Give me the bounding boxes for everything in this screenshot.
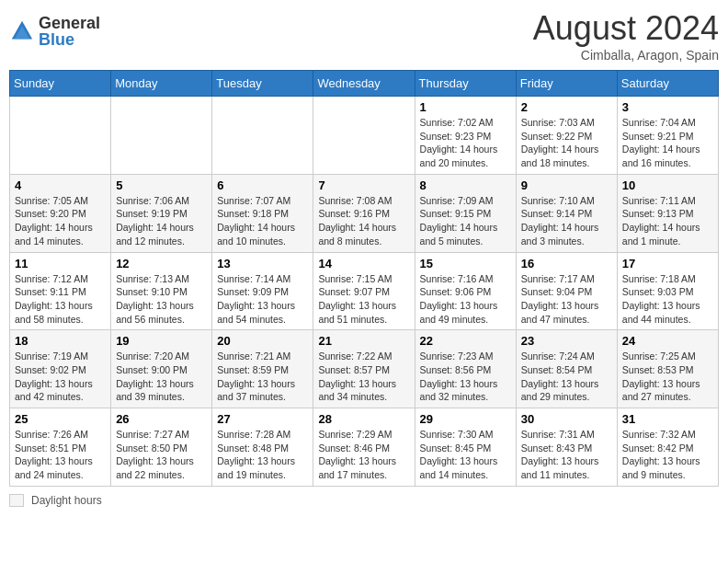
- day-number: 9: [521, 178, 612, 192]
- day-info: Sunrise: 7:02 AM Sunset: 9:23 PM Dayligh…: [420, 116, 511, 170]
- calendar-cell: 5Sunrise: 7:06 AM Sunset: 9:19 PM Daylig…: [111, 174, 212, 252]
- day-number: 17: [622, 257, 713, 270]
- calendar-week-row: 4Sunrise: 7:05 AM Sunset: 9:20 PM Daylig…: [10, 174, 719, 252]
- day-number: 15: [420, 257, 511, 270]
- day-number: 23: [521, 334, 612, 348]
- day-number: 1: [420, 100, 511, 114]
- calendar-week-row: 18Sunrise: 7:19 AM Sunset: 9:02 PM Dayli…: [10, 330, 719, 408]
- logo-icon: [9, 18, 35, 44]
- day-info: Sunrise: 7:17 AM Sunset: 9:04 PM Dayligh…: [521, 272, 612, 327]
- calendar-cell: 23Sunrise: 7:24 AM Sunset: 8:54 PM Dayli…: [516, 330, 617, 408]
- column-header-friday: Friday: [516, 71, 617, 97]
- day-number: 10: [622, 178, 713, 192]
- day-info: Sunrise: 7:30 AM Sunset: 8:45 PM Dayligh…: [420, 428, 511, 482]
- day-number: 29: [420, 412, 511, 426]
- day-number: 16: [521, 257, 612, 270]
- calendar-cell: 17Sunrise: 7:18 AM Sunset: 9:03 PM Dayli…: [617, 252, 718, 330]
- calendar-table: SundayMondayTuesdayWednesdayThursdayFrid…: [9, 70, 719, 487]
- title-block: August 2024 Cimballa, Aragon, Spain: [533, 9, 719, 63]
- column-header-monday: Monday: [111, 71, 212, 97]
- day-number: 11: [15, 257, 106, 270]
- day-number: 31: [622, 412, 713, 426]
- calendar-cell: 6Sunrise: 7:07 AM Sunset: 9:18 PM Daylig…: [212, 174, 313, 252]
- logo-blue-text: Blue: [39, 31, 100, 48]
- day-info: Sunrise: 7:11 AM Sunset: 9:13 PM Dayligh…: [622, 194, 713, 248]
- day-number: 25: [15, 412, 106, 426]
- column-header-sunday: Sunday: [10, 71, 111, 97]
- legend-box: [9, 494, 24, 507]
- calendar-cell: 25Sunrise: 7:26 AM Sunset: 8:51 PM Dayli…: [10, 408, 111, 487]
- page-header: General Blue August 2024 Cimballa, Arago…: [9, 9, 719, 63]
- calendar-week-row: 25Sunrise: 7:26 AM Sunset: 8:51 PM Dayli…: [10, 408, 719, 487]
- day-number: 24: [622, 334, 713, 348]
- calendar-cell: 2Sunrise: 7:03 AM Sunset: 9:22 PM Daylig…: [516, 97, 617, 175]
- calendar-cell: 18Sunrise: 7:19 AM Sunset: 9:02 PM Dayli…: [10, 330, 111, 408]
- calendar-cell: 1Sunrise: 7:02 AM Sunset: 9:23 PM Daylig…: [415, 97, 516, 175]
- day-number: 20: [217, 334, 308, 348]
- calendar-cell: 8Sunrise: 7:09 AM Sunset: 9:15 PM Daylig…: [415, 174, 516, 252]
- day-info: Sunrise: 7:06 AM Sunset: 9:19 PM Dayligh…: [116, 194, 207, 248]
- calendar-cell: [212, 97, 313, 175]
- calendar-cell: 3Sunrise: 7:04 AM Sunset: 9:21 PM Daylig…: [617, 97, 718, 175]
- day-number: 3: [622, 100, 713, 114]
- day-info: Sunrise: 7:22 AM Sunset: 8:57 PM Dayligh…: [318, 350, 409, 404]
- calendar-cell: [111, 97, 212, 175]
- day-info: Sunrise: 7:26 AM Sunset: 8:51 PM Dayligh…: [15, 428, 106, 482]
- calendar-cell: 22Sunrise: 7:23 AM Sunset: 8:56 PM Dayli…: [415, 330, 516, 408]
- column-header-wednesday: Wednesday: [313, 71, 415, 97]
- day-info: Sunrise: 7:31 AM Sunset: 8:43 PM Dayligh…: [521, 428, 612, 482]
- day-info: Sunrise: 7:07 AM Sunset: 9:18 PM Dayligh…: [217, 194, 308, 248]
- day-number: 18: [15, 334, 106, 348]
- calendar-cell: 10Sunrise: 7:11 AM Sunset: 9:13 PM Dayli…: [617, 174, 718, 252]
- calendar-week-row: 11Sunrise: 7:12 AM Sunset: 9:11 PM Dayli…: [10, 252, 719, 330]
- calendar-cell: 29Sunrise: 7:30 AM Sunset: 8:45 PM Dayli…: [415, 408, 516, 487]
- day-info: Sunrise: 7:24 AM Sunset: 8:54 PM Dayligh…: [521, 350, 612, 404]
- day-info: Sunrise: 7:32 AM Sunset: 8:42 PM Dayligh…: [622, 428, 713, 482]
- calendar-cell: 20Sunrise: 7:21 AM Sunset: 8:59 PM Dayli…: [212, 330, 313, 408]
- day-number: 12: [116, 257, 207, 270]
- logo: General Blue: [9, 15, 100, 48]
- calendar-cell: 28Sunrise: 7:29 AM Sunset: 8:46 PM Dayli…: [313, 408, 415, 487]
- calendar-cell: [313, 97, 415, 175]
- day-info: Sunrise: 7:10 AM Sunset: 9:14 PM Dayligh…: [521, 194, 612, 248]
- column-header-tuesday: Tuesday: [212, 71, 313, 97]
- calendar-cell: 11Sunrise: 7:12 AM Sunset: 9:11 PM Dayli…: [10, 252, 111, 330]
- day-number: 21: [318, 334, 409, 348]
- day-number: 28: [318, 412, 409, 426]
- legend: Daylight hours: [9, 494, 719, 507]
- legend-label: Daylight hours: [31, 494, 102, 507]
- calendar-cell: 19Sunrise: 7:20 AM Sunset: 9:00 PM Dayli…: [111, 330, 212, 408]
- day-number: 22: [420, 334, 511, 348]
- calendar-cell: 27Sunrise: 7:28 AM Sunset: 8:48 PM Dayli…: [212, 408, 313, 487]
- calendar-cell: 13Sunrise: 7:14 AM Sunset: 9:09 PM Dayli…: [212, 252, 313, 330]
- calendar-cell: 21Sunrise: 7:22 AM Sunset: 8:57 PM Dayli…: [313, 330, 415, 408]
- calendar-cell: [10, 97, 111, 175]
- logo-general-text: General: [39, 15, 100, 31]
- column-header-thursday: Thursday: [415, 71, 516, 97]
- day-info: Sunrise: 7:05 AM Sunset: 9:20 PM Dayligh…: [15, 194, 106, 248]
- day-info: Sunrise: 7:15 AM Sunset: 9:07 PM Dayligh…: [318, 272, 409, 327]
- day-number: 30: [521, 412, 612, 426]
- calendar-cell: 16Sunrise: 7:17 AM Sunset: 9:04 PM Dayli…: [516, 252, 617, 330]
- day-number: 19: [116, 334, 207, 348]
- day-number: 5: [116, 178, 207, 192]
- day-number: 26: [116, 412, 207, 426]
- day-info: Sunrise: 7:14 AM Sunset: 9:09 PM Dayligh…: [217, 272, 308, 327]
- day-info: Sunrise: 7:18 AM Sunset: 9:03 PM Dayligh…: [622, 272, 713, 327]
- day-info: Sunrise: 7:21 AM Sunset: 8:59 PM Dayligh…: [217, 350, 308, 404]
- calendar-cell: 9Sunrise: 7:10 AM Sunset: 9:14 PM Daylig…: [516, 174, 617, 252]
- day-info: Sunrise: 7:29 AM Sunset: 8:46 PM Dayligh…: [318, 428, 409, 482]
- day-number: 27: [217, 412, 308, 426]
- day-info: Sunrise: 7:25 AM Sunset: 8:53 PM Dayligh…: [622, 350, 713, 404]
- day-info: Sunrise: 7:20 AM Sunset: 9:00 PM Dayligh…: [116, 350, 207, 404]
- calendar-header-row: SundayMondayTuesdayWednesdayThursdayFrid…: [10, 71, 719, 97]
- day-info: Sunrise: 7:27 AM Sunset: 8:50 PM Dayligh…: [116, 428, 207, 482]
- location-subtitle: Cimballa, Aragon, Spain: [533, 48, 719, 63]
- calendar-week-row: 1Sunrise: 7:02 AM Sunset: 9:23 PM Daylig…: [10, 97, 719, 175]
- month-year-title: August 2024: [533, 9, 719, 48]
- day-number: 2: [521, 100, 612, 114]
- day-number: 13: [217, 257, 308, 270]
- day-number: 7: [318, 178, 409, 192]
- calendar-cell: 14Sunrise: 7:15 AM Sunset: 9:07 PM Dayli…: [313, 252, 415, 330]
- day-info: Sunrise: 7:16 AM Sunset: 9:06 PM Dayligh…: [420, 272, 511, 327]
